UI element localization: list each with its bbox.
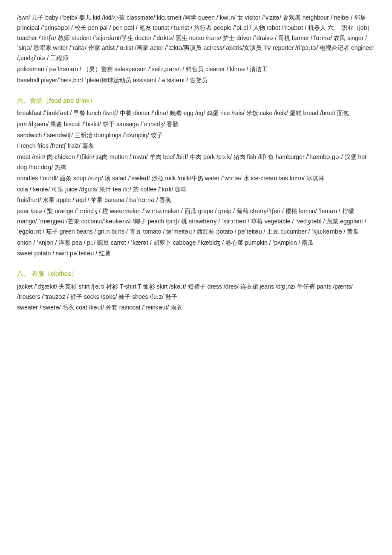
text-line-2-5: noodles /ˈnuːdl/ 面条 soup /suːp/ 汤 salad … <box>17 173 375 184</box>
page-content: /sʌn/ 儿子 baby /ˈbeibi/ 婴儿 kid /kid/小孩 cl… <box>17 13 375 313</box>
section-heading-3: 八、 衣服（clothes） <box>17 268 375 279</box>
text-line-2-2: sandwich /ˈsændwitʃ/ 三明治 dumplings /ˈdʌm… <box>17 130 375 141</box>
section-heading-1: 六、食品（food and drink） <box>17 95 375 106</box>
text-line-0-0: /sʌn/ 儿子 baby /ˈbeibi/ 婴儿 kid /kid/小孩 cl… <box>17 13 375 64</box>
text-line-0-1: policeman / pəˈliːsmən / （男）警察 salespers… <box>17 64 375 75</box>
text-block-2: breakfast /ˈbrekfəst / 早餐 lunch /lʌntʃ/ … <box>17 108 375 259</box>
text-line-2-4: meat /miːt/ 肉 chicken /ˈtʃikin/ 鸡肉 mutto… <box>17 152 375 173</box>
text-line-4-1: sweater /ˈswetə/ 毛衣 coat /kəut/ 外套 rainc… <box>17 303 375 313</box>
text-line-2-6: cola /ˈkəulə/ 可乐 juice /dʒuːs/ 果汁 tea /t… <box>17 185 375 195</box>
text-line-0-2: baseball player/ˈbeis,bɔːl ˈpleiə/棒球运动员 … <box>17 75 375 86</box>
text-line-2-10: sweet potato / swiːt pəˈteitəu / 红薯 <box>17 249 375 259</box>
text-line-2-3: French fries /frentʃ fraiz/ 薯条 <box>17 141 375 151</box>
text-line-2-0: breakfast /ˈbrekfəst / 早餐 lunch /lʌntʃ/ … <box>17 108 375 119</box>
text-line-2-1: jam /dʒæm/ 果酱 biscuit /ˈbiskit/ 饼干 sausa… <box>17 119 375 130</box>
text-block-4: jacket /ˈdʒækit/ 夹克衫 shirt /ʃəːt/ 衬衫 T-s… <box>17 282 375 313</box>
text-line-4-0: jacket /ˈdʒækit/ 夹克衫 shirt /ʃəːt/ 衬衫 T-s… <box>17 282 375 302</box>
text-line-2-7: fruit/fruːt/ 水果 apple /ˈæpl / 苹果 banana … <box>17 195 375 205</box>
text-line-2-9: onion / ˈʌnjən / 洋葱 pea / piː/ 豌豆 carrot… <box>17 238 375 248</box>
text-line-2-8: pear /pεə / 梨 orange /ˈɔːrindʒ / 橙 water… <box>17 206 375 237</box>
text-block-0: /sʌn/ 儿子 baby /ˈbeibi/ 婴儿 kid /kid/小孩 cl… <box>17 13 375 86</box>
